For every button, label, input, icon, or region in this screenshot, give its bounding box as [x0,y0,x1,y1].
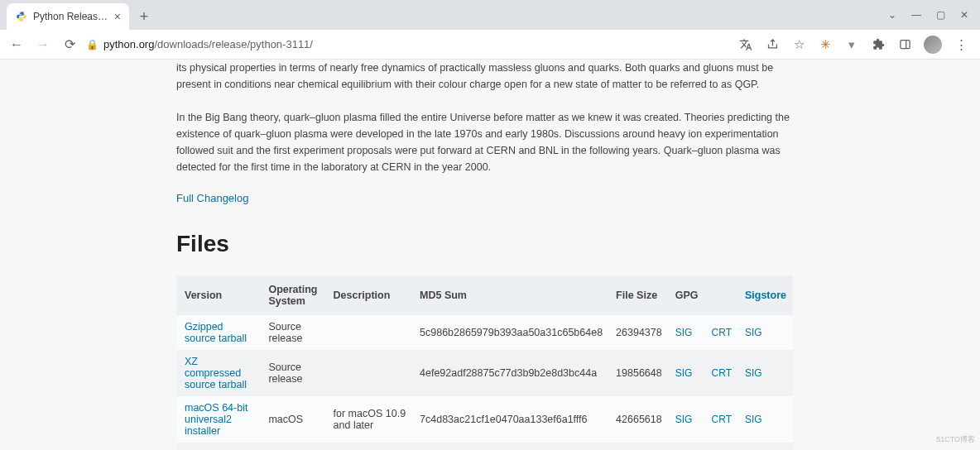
full-changelog-link[interactable]: Full Changelog [176,192,248,204]
extension-v-icon[interactable]: ▾ [844,37,859,52]
cell-desc [327,315,413,350]
lock-icon: 🔒 [86,39,98,50]
maximize-icon[interactable]: ▢ [936,9,945,21]
sig-link[interactable]: SIG [675,327,693,338]
th-desc: Description [327,275,413,315]
svg-point-0 [20,12,21,13]
watermark: 51CTO博客 [936,434,975,445]
cell-md5: 5c986b2865979b393aa50a31c65b64e8 [413,315,609,350]
cell-desc [327,443,413,450]
download-link[interactable]: macOS 64-bit universal2 installer [185,402,247,437]
address-bar: ← → ⟳ 🔒 python.org/downloads/release/pyt… [0,30,980,60]
minimize-icon[interactable]: — [911,9,921,21]
cell-md5: 7c4d83ac21cf1e0470aa133ef6a1fff6 [413,396,609,443]
svg-point-1 [22,20,23,21]
files-heading: Files [176,231,793,257]
chevron-down-icon[interactable]: ⌄ [888,9,896,21]
page-content: its physical properties in terms of near… [0,60,980,450]
avatar[interactable] [924,36,942,54]
cell-size: 19856648 [609,350,669,396]
svg-rect-2 [900,41,909,49]
browser-tab-strip: Python Release Python 3.11.1 × + ⌄ — ▢ ✕ [0,0,980,30]
table-row: Windows embeddable package (32-bit)Windo… [176,443,793,450]
extension-orange-icon[interactable]: ✳ [818,37,833,52]
crt-link[interactable]: CRT [712,414,732,425]
th-sigstore: Sigstore [738,275,793,315]
browser-tab-active[interactable]: Python Release Python 3.11.1 × [7,3,129,30]
cell-desc [327,350,413,396]
extensions-icon[interactable] [871,37,886,52]
share-icon[interactable] [765,37,780,52]
new-tab-button[interactable]: + [132,5,156,28]
th-os: Operating System [262,275,326,315]
content-paragraph-1: its physical properties in terms of near… [176,60,793,93]
cell-os: Windows [262,443,326,450]
table-row: Gzipped source tarballSource release5c98… [176,315,793,350]
translate-icon[interactable] [738,37,753,52]
download-link[interactable]: Gzipped source tarball [185,321,247,344]
back-button[interactable]: ← [7,37,26,52]
menu-icon[interactable]: ⋮ [954,37,968,52]
sigstore-link[interactable]: SIG [745,414,762,425]
cell-desc: for macOS 10.9 and later [327,396,413,443]
th-size: File Size [609,275,669,315]
th-version: Version [176,275,262,315]
table-row: macOS 64-bit universal2 installermacOSfo… [176,396,793,443]
crt-link[interactable]: CRT [712,367,732,379]
cell-os: macOS [262,396,326,443]
sig-link[interactable]: SIG [675,414,693,425]
cell-size: 9557137 [609,443,669,450]
side-panel-icon[interactable] [897,37,912,52]
download-link[interactable]: XZ compressed source tarball [185,356,247,390]
reload-button[interactable]: ⟳ [60,36,79,52]
url-field[interactable]: 🔒 python.org/downloads/release/python-31… [86,38,732,50]
tab-title: Python Release Python 3.11.1 [33,11,109,22]
sigstore-link[interactable]: SIG [745,327,762,338]
crt-link[interactable]: CRT [712,327,732,338]
python-favicon [15,10,28,23]
cell-md5: cc960a3a6d5d1529117c463ac00aae43 [413,443,609,450]
files-table: Version Operating System Description MD5… [176,275,793,450]
window-controls: ⌄ — ▢ ✕ [888,0,980,30]
cell-size: 26394378 [609,315,669,350]
close-window-icon[interactable]: ✕ [960,9,968,21]
table-header-row: Version Operating System Description MD5… [176,275,793,315]
table-row: XZ compressed source tarballSource relea… [176,350,793,396]
url-host: python.org [103,38,154,50]
cell-size: 42665618 [609,396,669,443]
sigstore-link[interactable]: SIG [745,367,762,379]
forward-button: → [33,37,53,52]
cell-md5: 4efe92adf28875c77d3b9b2e8d3bc44a [413,350,609,396]
content-paragraph-2: In the Big Bang theory, quark–gluon plas… [176,109,793,175]
th-gpg: GPG [669,275,705,315]
url-path: /downloads/release/python-3111/ [154,38,313,50]
toolbar-icons: ☆ ✳ ▾ ⋮ [738,36,973,54]
close-icon[interactable]: × [114,10,121,23]
th-sig [705,275,738,315]
star-icon[interactable]: ☆ [791,37,806,52]
sig-link[interactable]: SIG [675,367,693,379]
th-md5: MD5 Sum [413,275,609,315]
cell-os: Source release [262,350,326,396]
cell-os: Source release [262,315,326,350]
